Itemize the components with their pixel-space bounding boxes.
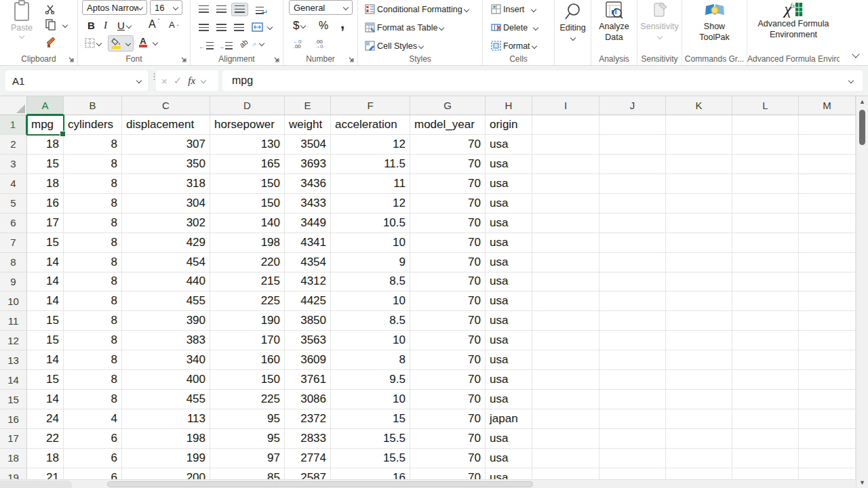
select-all-corner[interactable] [0,96,27,115]
cell-F14[interactable]: 9.5 [331,370,410,390]
cell-F1[interactable]: acceleration [331,115,410,135]
increase-decimal-button[interactable]: ←0 .00 [293,39,301,49]
cell-I2[interactable] [532,135,599,155]
cell-L12[interactable] [732,331,799,350]
cell-M17[interactable] [799,429,856,449]
column-header-F[interactable]: F [331,96,410,115]
cell-M4[interactable] [799,174,856,194]
cell-H11[interactable]: usa [486,311,532,331]
cell-E7[interactable]: 4341 [285,233,331,253]
paste-dropdown-chevron-icon[interactable] [19,33,24,39]
conditional-formatting-button[interactable]: Conditional Formatting [365,4,469,14]
cell-D10[interactable]: 225 [210,291,285,311]
scroll-up-icon[interactable]: ▲ [856,96,868,107]
cell-K2[interactable] [666,135,732,155]
cell-G6[interactable]: 70 [410,214,486,233]
cell-M12[interactable] [799,331,856,350]
cell-K7[interactable] [666,233,732,253]
cell-I9[interactable] [532,272,599,292]
cell-H14[interactable]: usa [486,370,532,390]
cell-K1[interactable] [666,115,732,135]
underline-chevron-icon[interactable] [126,22,132,28]
row-header-8[interactable]: 8 [0,253,27,272]
cell-F10[interactable]: 10 [331,291,410,311]
row-header-2[interactable]: 2 [0,135,27,155]
cell-I10[interactable] [532,291,599,311]
cell-B14[interactable]: 8 [64,370,122,390]
decrease-font-button[interactable]: Aˇ [169,18,179,30]
row-header-18[interactable]: 18 [0,449,27,468]
cell-M14[interactable] [799,370,856,390]
cell-L1[interactable] [732,115,799,135]
fx-chevron-icon[interactable] [201,78,206,83]
cell-I1[interactable] [532,115,599,135]
cell-G9[interactable]: 70 [410,272,486,292]
cell-D6[interactable]: 140 [210,214,285,233]
cell-K6[interactable] [666,214,732,233]
cell-E13[interactable]: 3609 [285,350,331,370]
cell-H10[interactable]: usa [486,291,532,311]
increase-indent-button[interactable]: → [218,42,233,50]
cell-B12[interactable]: 8 [64,331,122,350]
cell-L18[interactable] [732,449,799,468]
cell-C7[interactable]: 429 [122,233,210,253]
cell-G14[interactable]: 70 [410,370,486,390]
cell-J4[interactable] [599,174,666,194]
cell-M11[interactable] [799,311,856,331]
insert-function-icon[interactable]: fx [188,75,195,87]
cell-A10[interactable]: 14 [27,291,64,311]
cell-J2[interactable] [599,135,666,155]
cell-L13[interactable] [732,350,799,370]
cell-B6[interactable]: 8 [64,214,122,233]
formula-bar-expand-chevron-icon[interactable] [848,78,854,83]
cell-G3[interactable]: 70 [410,155,486,174]
cell-C15[interactable]: 455 [122,390,210,409]
italic-button[interactable]: I [104,20,107,31]
cell-I13[interactable] [532,350,599,370]
cell-H2[interactable]: usa [486,135,532,155]
cell-L2[interactable] [732,135,799,155]
column-header-B[interactable]: B [64,96,122,115]
cell-F3[interactable]: 11.5 [331,155,410,174]
sheet-tabs-stub[interactable] [0,481,72,488]
cell-I15[interactable] [532,390,599,409]
cell-M1[interactable] [799,115,856,135]
row-header-12[interactable]: 12 [0,331,27,350]
cell-I7[interactable] [532,233,599,253]
cell-E12[interactable]: 3563 [285,331,331,350]
cell-I17[interactable] [532,429,599,449]
cell-G2[interactable]: 70 [410,135,486,155]
cell-B18[interactable]: 6 [64,449,122,468]
cell-L7[interactable] [732,233,799,253]
row-header-1[interactable]: 1 [0,115,27,135]
cell-J18[interactable] [599,449,666,468]
cell-B13[interactable]: 8 [64,350,122,370]
cell-C2[interactable]: 307 [122,135,210,155]
cell-F9[interactable]: 8.5 [331,272,410,292]
cell-E2[interactable]: 3504 [285,135,331,155]
cell-L14[interactable] [732,370,799,390]
afe-button[interactable]: χ fx Advanced Formula Environment [747,1,840,40]
cell-B2[interactable]: 8 [64,135,122,155]
cell-M7[interactable] [799,233,856,253]
delete-button[interactable]: Delete [491,22,538,33]
font-size-combo[interactable]: 16 [150,0,182,15]
fill-color-button[interactable] [108,35,134,52]
row-header-14[interactable]: 14 [0,370,27,390]
cell-D9[interactable]: 215 [210,272,285,292]
cell-M3[interactable] [799,155,856,174]
accounting-chevron-icon[interactable] [300,23,306,28]
cell-C5[interactable]: 304 [122,194,210,214]
cell-C16[interactable]: 113 [122,409,210,429]
cell-G5[interactable]: 70 [410,194,486,214]
cell-J12[interactable] [599,331,666,350]
cell-H5[interactable]: usa [486,194,532,214]
cell-G17[interactable]: 70 [410,429,486,449]
cell-K18[interactable] [666,449,732,468]
cell-F16[interactable]: 15 [331,409,410,429]
cell-A6[interactable]: 17 [27,214,64,233]
borders-button[interactable] [85,38,101,48]
cell-K3[interactable] [666,155,732,174]
cell-I5[interactable] [532,194,599,214]
cell-G12[interactable]: 70 [410,331,486,350]
